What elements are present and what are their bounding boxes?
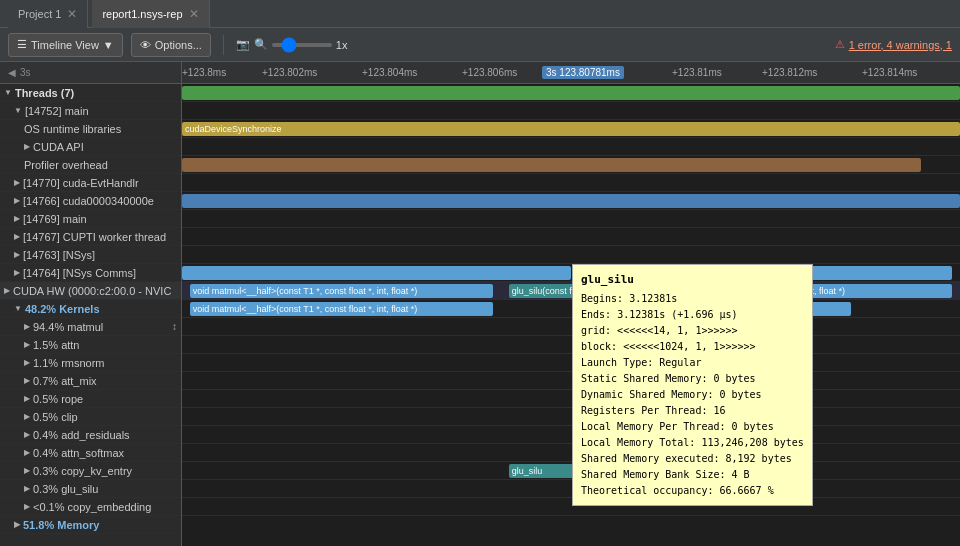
- cuda-api-label: cudaDeviceSynchronize: [185, 124, 282, 134]
- screenshot-icon[interactable]: 📷: [236, 38, 250, 51]
- bar-label: glu_silu(const float *, c...: [512, 286, 602, 296]
- matmul-expand-icon: ▶: [24, 322, 30, 331]
- thread-nsys-comms[interactable]: ▶ [14764] [NSys Comms]: [0, 264, 181, 282]
- thread-expand-icon: ▶: [14, 196, 20, 205]
- options-label: Options...: [155, 39, 202, 51]
- matmul-label: 94.4% matmul: [33, 321, 103, 333]
- tab-report1-close[interactable]: ✕: [189, 7, 199, 21]
- track-cuda-hw: [182, 264, 960, 282]
- bar-matmul-2[interactable]: void matmul<__...: [618, 302, 851, 316]
- tick-3: +123.806ms: [462, 62, 517, 83]
- zoom-controls: 📷 🔍 1x: [236, 38, 356, 51]
- tab-project1[interactable]: Project 1 ✕: [8, 0, 88, 28]
- timeline-view-btn[interactable]: ☰ Timeline View ▼: [8, 33, 123, 57]
- thread-os-runtime[interactable]: OS runtime libraries: [0, 120, 181, 138]
- bar-matmul-1[interactable]: void matmul<__half>(const T1 *, const fl…: [190, 302, 493, 316]
- track-main-14752: [182, 84, 960, 102]
- timeline-start-label: 3s: [20, 67, 31, 78]
- thread-cuda-evthandlr[interactable]: ▶ [14770] cuda-EvtHandlr: [0, 174, 181, 192]
- thread-label: [14764] [NSys Comms]: [23, 267, 136, 279]
- bar-main-14769[interactable]: [182, 194, 960, 208]
- attn-softmax-row[interactable]: ▶ 0.4% attn_softmax: [0, 444, 181, 462]
- copy-embedding-row[interactable]: ▶ <0.1% copy_embedding: [0, 498, 181, 516]
- right-panel: cudaDeviceSynchronize: [182, 84, 960, 546]
- threads-header[interactable]: ▼ Threads (7): [0, 84, 181, 102]
- bar-kernels-2[interactable]: glu_silu(const float *, c...: [509, 284, 602, 298]
- bar-cuda-evthandlr[interactable]: [182, 158, 921, 172]
- clip-label: 0.5% clip: [33, 411, 78, 423]
- thread-cuda-api[interactable]: ▶ CUDA API: [0, 138, 181, 156]
- toolbar-separator: [223, 35, 224, 55]
- kernels-row[interactable]: ▼ 48.2% Kernels: [0, 300, 181, 318]
- tick-highlight: 3s 123.80781ms: [542, 62, 624, 83]
- tick-0: +123.8ms: [182, 62, 226, 83]
- track-main-14769: [182, 192, 960, 210]
- thread-cupti[interactable]: ▶ [14767] CUPTI worker thread: [0, 228, 181, 246]
- track-matmul: void matmul<__half>(const T1 *, const fl…: [182, 300, 960, 318]
- options-btn[interactable]: 👁 Options...: [131, 33, 211, 57]
- error-icon: ⚠: [835, 38, 845, 51]
- tab-report1[interactable]: report1.nsys-rep ✕: [92, 0, 209, 28]
- left-panel: ▼ Threads (7) ▼ [14752] main OS runtime …: [0, 84, 182, 546]
- bar-kernels-1[interactable]: void matmul<__half>(const T1 *, const fl…: [190, 284, 493, 298]
- glu-silu-row[interactable]: ▶ 0.3% glu_silu: [0, 480, 181, 498]
- thread-label: [14763] [NSys]: [23, 249, 95, 261]
- bar-glu-silu[interactable]: glu_silu: [509, 464, 602, 478]
- bar-label: void matmul<__half>(const T1 *, const fl…: [193, 304, 417, 314]
- bar-kernels-3[interactable]: void matmul<__half>(const T1 *, const fl…: [618, 284, 953, 298]
- rmsnorm-label: 1.1% rmsnorm: [33, 357, 105, 369]
- attn-expand-icon: ▶: [24, 340, 30, 349]
- matmul-row[interactable]: ▶ 94.4% matmul ↕: [0, 318, 181, 336]
- rmsnorm-expand-icon: ▶: [24, 358, 30, 367]
- zoom-slider[interactable]: [272, 43, 332, 47]
- error-warning-text[interactable]: 1 error, 4 warnings, 1: [849, 39, 952, 51]
- search-icon[interactable]: 🔍: [254, 38, 268, 51]
- bar-cuda-hw-1[interactable]: [182, 266, 571, 280]
- track-clip: [182, 390, 960, 408]
- bar-main-14752[interactable]: [182, 86, 960, 100]
- thread-profiler-overhead[interactable]: Profiler overhead: [0, 156, 181, 174]
- bar-cuda-hw-2[interactable]: [587, 266, 704, 280]
- rmsnorm-row[interactable]: ▶ 1.1% rmsnorm: [0, 354, 181, 372]
- attn-label: 1.5% attn: [33, 339, 79, 351]
- track-copy-embedding: [182, 480, 960, 498]
- matmul-icon: ↕: [172, 321, 177, 332]
- thread-label: [14767] CUPTI worker thread: [23, 231, 166, 243]
- track-attn-softmax: [182, 426, 960, 444]
- zoom-level: 1x: [336, 39, 356, 51]
- timeline-header: ◀ 3s +123.8ms +123.802ms +123.804ms +123…: [0, 62, 960, 84]
- copy-embedding-expand-icon: ▶: [24, 502, 30, 511]
- eye-icon: 👁: [140, 39, 151, 51]
- att-mix-label: 0.7% att_mix: [33, 375, 97, 387]
- track-rope: [182, 372, 960, 390]
- track-attn: [182, 318, 960, 336]
- track-memory: [182, 498, 960, 516]
- memory-row[interactable]: ▶ 51.8% Memory: [0, 516, 181, 534]
- clip-expand-icon: ▶: [24, 412, 30, 421]
- thread-main-14769[interactable]: ▶ [14769] main: [0, 210, 181, 228]
- thread-expand-icon: ▼: [14, 106, 22, 115]
- main-area: ▼ Threads (7) ▼ [14752] main OS runtime …: [0, 84, 960, 546]
- thread-nsys[interactable]: ▶ [14763] [NSys]: [0, 246, 181, 264]
- thread-main-14752[interactable]: ▼ [14752] main: [0, 102, 181, 120]
- cuda-hw-header[interactable]: ▶ CUDA HW (0000:c2:00.0 - NVIC: [0, 282, 181, 300]
- tab-project1-close[interactable]: ✕: [67, 7, 77, 21]
- menu-icon: ☰: [17, 38, 27, 51]
- tick-2: +123.804ms: [362, 62, 417, 83]
- rope-row[interactable]: ▶ 0.5% rope: [0, 390, 181, 408]
- copy-kv-row[interactable]: ▶ 0.3% copy_kv_entry: [0, 462, 181, 480]
- track-copy-kv: [182, 444, 960, 462]
- nav-back-icon[interactable]: ◀: [8, 67, 16, 78]
- bar-cuda-api[interactable]: cudaDeviceSynchronize: [182, 122, 960, 136]
- attn-row[interactable]: ▶ 1.5% attn: [0, 336, 181, 354]
- clip-row[interactable]: ▶ 0.5% clip: [0, 408, 181, 426]
- att-mix-row[interactable]: ▶ 0.7% att_mix: [0, 372, 181, 390]
- add-residuals-row[interactable]: ▶ 0.4% add_residuals: [0, 426, 181, 444]
- track-rmsnorm: [182, 336, 960, 354]
- cuda-hw-expand-icon: ▶: [4, 286, 10, 295]
- thread-cuda0000340000e[interactable]: ▶ [14766] cuda0000340000e: [0, 192, 181, 210]
- bar-label: glu_silu: [512, 466, 543, 476]
- copy-embedding-label: <0.1% copy_embedding: [33, 501, 151, 513]
- error-warning-area: ⚠ 1 error, 4 warnings, 1: [835, 38, 952, 51]
- bar-cuda-hw-3[interactable]: [719, 266, 952, 280]
